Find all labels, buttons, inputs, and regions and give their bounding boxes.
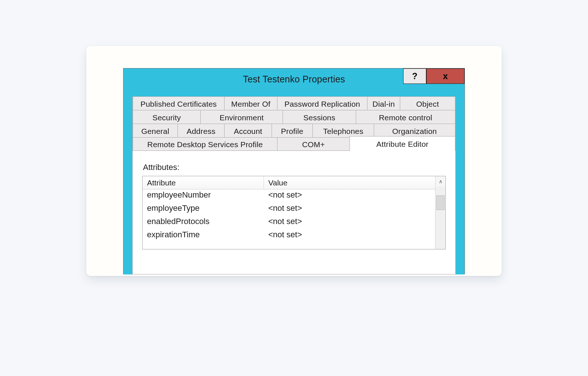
tab-sessions[interactable]: Sessions [283, 110, 356, 124]
chevron-up-icon: ∧ [439, 178, 442, 184]
list-item[interactable]: employeeType <not set> [143, 203, 435, 216]
help-button[interactable]: ? [403, 68, 426, 84]
attributes-label: Attributes: [143, 163, 446, 172]
close-button[interactable]: x [426, 68, 465, 84]
tab-account[interactable]: Account [224, 124, 272, 137]
cell-attribute: enabledProtocols [143, 216, 264, 229]
listview-rows: employeeNumber <not set> employeeType <n… [143, 189, 435, 249]
tab-general[interactable]: General [133, 124, 178, 137]
title-bar[interactable]: Test Testenko Properties ? x [123, 68, 465, 90]
scrollbar[interactable]: ∧ [435, 176, 445, 249]
scroll-track[interactable] [435, 187, 445, 249]
cell-value: <not set> [264, 216, 435, 229]
help-icon: ? [412, 72, 417, 81]
window-controls: ? x [403, 68, 465, 84]
window-title: Test Testenko Properties [243, 74, 345, 85]
list-item[interactable]: expirationTime <not set> [143, 229, 435, 242]
scroll-thumb[interactable] [436, 195, 445, 210]
tab-organization[interactable]: Organization [374, 124, 455, 137]
cell-attribute: employeeType [143, 203, 264, 216]
column-value[interactable]: Value [264, 176, 435, 189]
tab-environment[interactable]: Environment [200, 110, 283, 124]
list-item[interactable]: enabledProtocols <not set> [143, 216, 435, 229]
client-area: Published Certificates Member Of Passwor… [123, 90, 465, 274]
tab-attribute-editor[interactable]: Attribute Editor [349, 136, 455, 151]
cell-value: <not set> [264, 189, 435, 203]
tab-remote-control[interactable]: Remote control [356, 110, 455, 124]
tab-security[interactable]: Security [133, 110, 201, 124]
cell-value: <not set> [264, 229, 435, 242]
card-container: Test Testenko Properties ? x Published C… [86, 46, 502, 276]
property-sheet: Published Certificates Member Of Passwor… [132, 96, 456, 274]
close-icon: x [443, 72, 448, 81]
scroll-up-button[interactable]: ∧ [435, 176, 445, 187]
tab-com-plus[interactable]: COM+ [277, 137, 350, 150]
column-attribute[interactable]: Attribute [143, 176, 264, 189]
tab-member-of[interactable]: Member Of [224, 96, 277, 110]
attributes-listview[interactable]: Attribute Value employeeNumber <not set> [142, 176, 446, 249]
tab-telephones[interactable]: Telephones [312, 124, 374, 137]
cell-value: <not set> [264, 203, 435, 216]
tab-dial-in[interactable]: Dial-in [367, 96, 400, 110]
tab-profile[interactable]: Profile [272, 124, 313, 137]
attribute-editor-panel: Attributes: Attribute Value employeeNumb… [133, 151, 455, 249]
properties-window: Test Testenko Properties ? x Published C… [123, 68, 465, 274]
list-item[interactable]: employeeNumber <not set> [143, 189, 435, 203]
tab-password-replication[interactable]: Password Replication [277, 96, 368, 110]
cell-attribute: employeeNumber [143, 189, 264, 203]
listview-header: Attribute Value [143, 176, 435, 189]
tab-strip: Published Certificates Member Of Passwor… [133, 96, 455, 151]
cell-attribute: expirationTime [143, 229, 264, 242]
tab-remote-desktop-services-profile[interactable]: Remote Desktop Services Profile [133, 137, 277, 150]
tab-published-certificates[interactable]: Published Certificates [133, 96, 225, 110]
tab-object[interactable]: Object [400, 96, 455, 110]
tab-address[interactable]: Address [178, 124, 225, 137]
